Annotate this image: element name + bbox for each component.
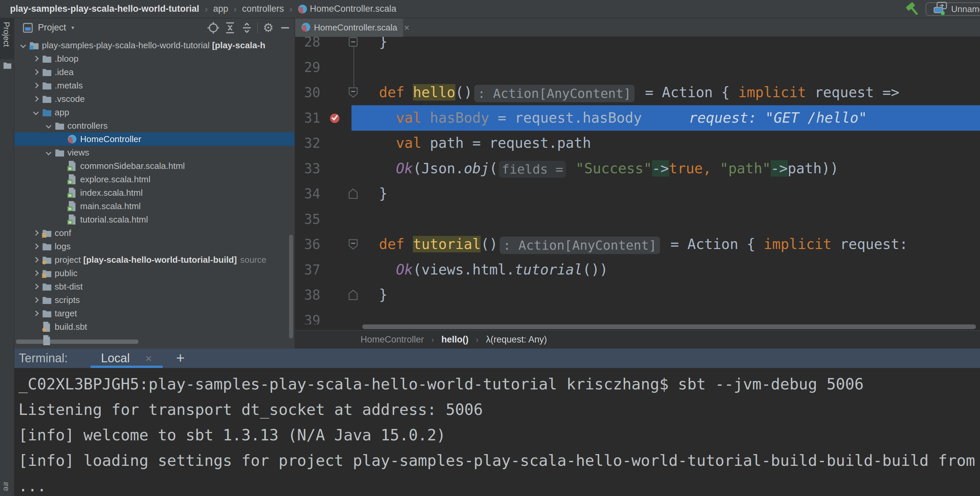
code-line-28[interactable]: 28} — [295, 37, 980, 55]
code-line-29[interactable]: 29 — [295, 55, 980, 80]
active-tab-underline — [91, 366, 163, 368]
editor-breadcrumb-item[interactable]: HomeController — [361, 334, 424, 345]
tree-item-conf[interactable]: conf — [14, 226, 295, 239]
collapse-all-icon[interactable] — [239, 21, 255, 35]
html-icon: H — [67, 214, 80, 225]
chevron-down-icon[interactable] — [20, 43, 26, 48]
chevron-down-icon[interactable]: ▾ — [72, 24, 74, 31]
line-number: 37 — [295, 257, 320, 282]
terminal-tab-local[interactable]: Local — [101, 349, 130, 368]
tree-item-tutorial.scala.html[interactable]: Htutorial.scala.html — [14, 213, 295, 226]
chevron-right-icon[interactable] — [33, 311, 38, 316]
tree-item-views[interactable]: views — [14, 146, 295, 159]
tree-item-.bloop[interactable]: .bloop — [14, 52, 295, 65]
tree-item-commonsidebar.scala.html[interactable]: HcommonSidebar.scala.html — [14, 159, 295, 173]
breakpoint-icon[interactable] — [329, 105, 341, 131]
breadcrumb-item[interactable]: HomeController.scala — [310, 4, 396, 14]
chevron-right-icon[interactable] — [33, 257, 38, 263]
stripe-structure-button[interactable]: Structure — [0, 482, 14, 496]
chevron-right-icon[interactable] — [33, 56, 38, 62]
line-number: 36 — [295, 231, 320, 257]
folder-icon[interactable] — [3, 61, 12, 71]
chevron-slot — [30, 57, 42, 61]
code-line-39[interactable]: 39 — [295, 307, 980, 325]
editor-breadcrumb-item[interactable]: hello() — [441, 334, 469, 345]
tree-item-homecontroller[interactable]: HomeController — [14, 132, 295, 146]
close-icon[interactable]: × — [145, 349, 152, 368]
code-line-36[interactable]: 36def tutorial(): Action[AnyContent] = A… — [295, 231, 980, 257]
code-line-31[interactable]: 31 val hasBody = request.hasBodyrequest:… — [295, 105, 980, 131]
tree-item-sbt-dist[interactable]: sbt-dist — [14, 280, 295, 293]
chevron-right-icon[interactable] — [33, 96, 38, 102]
tree-item-build.sbt[interactable]: build.sbt — [14, 320, 295, 333]
code-line-32[interactable]: 32 val path = request.path — [295, 130, 980, 156]
fold-down-icon[interactable] — [348, 231, 358, 257]
chevron-down-icon[interactable] — [33, 109, 38, 115]
code-line-38[interactable]: 38} — [295, 282, 980, 307]
tree-horizontal-scrollbar[interactable] — [16, 339, 138, 344]
fold-box-icon[interactable] — [348, 37, 358, 55]
settings-gear-icon[interactable]: ⚙ — [260, 21, 277, 35]
tree-item-explore.scala.html[interactable]: Hexplore.scala.html — [14, 173, 295, 186]
tree-item-index.scala.html[interactable]: Hindex.scala.html — [14, 186, 295, 200]
chevron-right-icon[interactable] — [33, 297, 38, 303]
folder-icon — [42, 54, 55, 63]
tree-item-public[interactable]: public — [14, 266, 295, 280]
code-editor[interactable]: 28}2930def hello(): Action[AnyContent] =… — [295, 37, 980, 325]
tree-item-.metals[interactable]: .metals — [14, 79, 295, 92]
tree-item-label: logs — [55, 241, 71, 252]
editor-breadcrumb-item[interactable]: λ(request: Any) — [486, 334, 547, 345]
expand-all-icon[interactable] — [222, 21, 239, 35]
project-tool-window: Project ▾ ⚙ play-samples-play-scala-hell… — [14, 18, 295, 349]
tree-item-logs[interactable]: logs — [14, 239, 295, 253]
fold-down-icon[interactable] — [348, 80, 358, 105]
code-text: Ok(views.html.tutorial()) — [379, 257, 608, 282]
code-line-33[interactable]: 33 Ok(Json.obj(fields = "Success"->true,… — [295, 156, 980, 181]
code-line-34[interactable]: 34} — [295, 181, 980, 206]
chevron-right-icon[interactable] — [33, 284, 38, 290]
breadcrumb-item[interactable]: controllers — [242, 4, 284, 14]
run-configurations-icon — [933, 1, 948, 17]
line-number: 39 — [295, 307, 320, 325]
code-text: Ok(Json.obj(fields = "Success"->true, "p… — [379, 156, 838, 181]
tree-item-.idea[interactable]: .idea — [14, 65, 295, 79]
close-icon[interactable]: × — [404, 22, 409, 33]
terminal-output[interactable]: _C02XL3BPJGH5:play-samples-play-scala-he… — [14, 368, 980, 496]
project-panel-title[interactable]: Project — [38, 22, 66, 33]
tree-item-main.scala.html[interactable]: Hmain.scala.html — [14, 200, 295, 213]
tree-item-.vscode[interactable]: .vscode — [14, 92, 295, 106]
tree-item-play-samples-play-scala-hello-world-tutorial[interactable]: play-samples-play-scala-hello-world-tuto… — [14, 38, 295, 52]
chevron-right-icon[interactable] — [33, 230, 38, 236]
tree-item-scripts[interactable]: scripts — [14, 293, 295, 307]
code-line-35[interactable]: 35 — [295, 206, 980, 232]
chevron-down-icon[interactable] — [46, 123, 51, 129]
tree-item-project[interactable]: project [play-scala-hello-world-tutorial… — [14, 253, 295, 266]
hide-panel-icon[interactable] — [277, 21, 293, 35]
tree-vertical-scrollbar[interactable] — [289, 235, 293, 339]
tree-item-label: .metals — [55, 81, 83, 91]
chevron-right-icon[interactable] — [33, 83, 38, 89]
run-config-selector[interactable]: Unnamed — [926, 2, 980, 16]
chevron-right-icon[interactable] — [33, 271, 38, 276]
code-line-30[interactable]: 30def hello(): Action[AnyContent] = Acti… — [295, 80, 980, 105]
fold-up-icon[interactable] — [348, 282, 358, 307]
breadcrumb-item[interactable]: play-samples-play-scala-hello-world-tuto… — [10, 4, 199, 14]
folder-cfg-icon — [42, 228, 55, 238]
chevron-right-icon[interactable] — [33, 70, 38, 75]
breadcrumb-item[interactable]: app — [213, 4, 228, 14]
locate-icon[interactable] — [205, 21, 222, 35]
fold-up-icon[interactable] — [348, 181, 358, 206]
chevron-down-icon[interactable] — [46, 150, 51, 155]
tree-item-label: HomeController — [80, 134, 141, 144]
tree-item-app[interactable]: app — [14, 106, 295, 119]
tree-item-controllers[interactable]: controllers — [14, 119, 295, 132]
chevron-right-icon[interactable] — [33, 244, 38, 249]
code-line-37[interactable]: 37 Ok(views.html.tutorial()) — [295, 257, 980, 282]
stripe-project-button[interactable]: Project — [0, 18, 14, 59]
editor-horizontal-scrollbar[interactable] — [362, 325, 976, 329]
tab-homecontroller[interactable]: HomeController.scala × — [295, 18, 403, 37]
build-hammer-icon[interactable] — [904, 2, 922, 18]
html-icon: H — [67, 201, 80, 211]
new-terminal-tab-button[interactable]: + — [176, 349, 185, 368]
tree-item-target[interactable]: target — [14, 307, 295, 320]
